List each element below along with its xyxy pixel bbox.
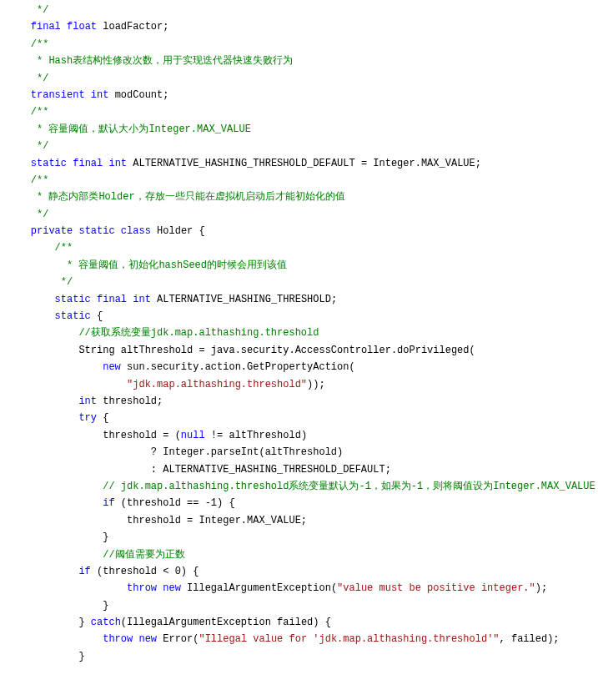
- code-token: static: [55, 310, 91, 322]
- code-line: final float loadFactor;: [7, 18, 598, 35]
- code-token: throw: [127, 582, 157, 594]
- code-token: if: [78, 566, 90, 577]
- code-token: int: [78, 395, 97, 407]
- code-block: */ final float loadFactor; /** * Hash表结构…: [0, 0, 598, 665]
- code-line: */: [7, 70, 598, 87]
- code-token: Holder {: [151, 225, 205, 237]
- code-token: if: [103, 497, 114, 509]
- code-line: * 容量阈值，初始化hashSeed的时候会用到该值: [7, 257, 598, 274]
- code-token: static: [55, 294, 91, 305]
- code-token: "value must be positive integer.": [337, 582, 535, 594]
- code-token: "jdk.map.althashing.threshold": [127, 379, 307, 390]
- code-token: /**: [31, 38, 49, 50]
- code-token: sun.security.action.GetPropertyAction(: [121, 361, 355, 373]
- code-line: "jdk.map.althashing.threshold"));: [7, 376, 598, 393]
- code-line: throw new Error("Illegal value for 'jdk.…: [7, 631, 598, 647]
- code-token: */: [31, 4, 49, 16]
- code-token: String altThreshold = java.security.Acce…: [78, 345, 475, 356]
- code-token: static: [78, 225, 114, 237]
- code-token: "Illegal value for 'jdk.map.althashing.t…: [198, 633, 499, 645]
- code-token: final: [97, 294, 127, 305]
- code-token: }: [103, 600, 108, 612]
- code-token: (threshold < 0) {: [91, 566, 199, 577]
- code-token: transient: [31, 89, 85, 101]
- code-line: : ALTERNATIVE_HASHING_THRESHOLD_DEFAULT;: [7, 461, 598, 478]
- code-token: * Hash表结构性修改次数，用于实现迭代器快速失败行为: [31, 55, 293, 67]
- code-line: String altThreshold = java.security.Acce…: [7, 342, 598, 359]
- code-line: if (threshold == -1) {: [7, 495, 598, 511]
- code-line: try {: [7, 410, 598, 426]
- code-token: /**: [31, 174, 49, 186]
- code-token: */: [55, 276, 73, 288]
- code-token: [91, 294, 97, 305]
- code-line: /**: [7, 36, 598, 53]
- code-line: static {: [7, 308, 598, 325]
- code-token: IllegalArgumentException(: [181, 582, 337, 594]
- code-token: class: [121, 225, 151, 237]
- code-token: Error(: [157, 633, 198, 645]
- code-token: , failed);: [500, 633, 560, 645]
- code-line: throw new IllegalArgumentException("valu…: [7, 580, 598, 597]
- code-token: /**: [31, 106, 49, 118]
- code-token: ALTERNATIVE_HASHING_THRESHOLD;: [151, 294, 337, 305]
- code-token: //获取系统变量jdk.map.althashing.threshold: [78, 327, 319, 339]
- code-line: * 静态内部类Holder，存放一些只能在虚拟机启动后才能初始化的值: [7, 189, 598, 205]
- code-token: loadFactor;: [97, 21, 168, 33]
- code-line: */: [7, 2, 598, 18]
- code-token: int: [133, 294, 151, 305]
- code-token: threshold;: [97, 395, 163, 407]
- code-line: * Hash表结构性修改次数，用于实现迭代器快速失败行为: [7, 53, 598, 69]
- code-token: {: [97, 412, 108, 424]
- code-line: //阈值需要为正数: [7, 546, 598, 563]
- code-token: // jdk.map.althashing.threshold系统变量默认为-1…: [103, 481, 595, 492]
- code-token: modCount;: [108, 89, 168, 101]
- code-line: /**: [7, 172, 598, 189]
- code-token: throw: [103, 633, 133, 645]
- code-line: }: [7, 529, 598, 546]
- code-token: int: [91, 89, 109, 101]
- code-line: */: [7, 274, 598, 290]
- code-token: */: [31, 209, 49, 220]
- code-line: ? Integer.parseInt(altThreshold): [7, 444, 598, 461]
- code-line: }: [7, 597, 598, 614]
- code-line: */: [7, 138, 598, 154]
- code-token: != altThreshold): [205, 430, 307, 441]
- code-token: (IllegalArgumentException failed) {: [121, 617, 331, 628]
- code-token: threshold = Integer.MAX_VALUE;: [127, 515, 307, 526]
- code-line: } catch(IllegalArgumentException failed)…: [7, 614, 598, 631]
- code-token: * 静态内部类Holder，存放一些只能在虚拟机启动后才能初始化的值: [31, 191, 345, 203]
- code-token: ));: [307, 379, 325, 390]
- code-line: int threshold;: [7, 393, 598, 410]
- code-token: new: [103, 361, 121, 373]
- code-token: ? Integer.parseInt(altThreshold): [151, 446, 343, 458]
- code-line: /**: [7, 239, 598, 256]
- code-token: );: [535, 582, 547, 594]
- code-token: new: [138, 633, 157, 645]
- code-token: * 容量阈值，默认大小为Integer.MAX_VALUE: [31, 123, 251, 135]
- code-line: threshold = (null != altThreshold): [7, 427, 598, 444]
- code-token: float: [67, 21, 97, 33]
- code-token: threshold = (: [103, 430, 181, 441]
- code-line: * 容量阈值，默认大小为Integer.MAX_VALUE: [7, 121, 598, 138]
- code-line: static final int ALTERNATIVE_HASHING_THR…: [7, 155, 598, 172]
- code-token: (threshold == -1) {: [115, 497, 235, 509]
- code-token: catch: [91, 617, 121, 628]
- code-line: transient int modCount;: [7, 87, 598, 103]
- code-token: final: [73, 158, 103, 169]
- code-token: }: [103, 531, 108, 543]
- code-line: */: [7, 206, 598, 223]
- code-token: null: [181, 430, 205, 441]
- code-token: private: [31, 225, 73, 237]
- code-token: [85, 89, 91, 101]
- code-line: if (threshold < 0) {: [7, 563, 598, 580]
- code-line: //获取系统变量jdk.map.althashing.threshold: [7, 325, 598, 341]
- code-token: ALTERNATIVE_HASHING_THRESHOLD_DEFAULT = …: [127, 158, 481, 169]
- code-line: // jdk.map.althashing.threshold系统变量默认为-1…: [7, 478, 598, 495]
- code-token: */: [31, 140, 49, 152]
- code-token: int: [108, 158, 127, 169]
- code-token: * 容量阈值，初始化hashSeed的时候会用到该值: [55, 259, 287, 271]
- code-token: //阈值需要为正数: [103, 549, 184, 561]
- code-token: new: [163, 582, 181, 594]
- code-line: threshold = Integer.MAX_VALUE;: [7, 512, 598, 529]
- code-token: [115, 225, 121, 237]
